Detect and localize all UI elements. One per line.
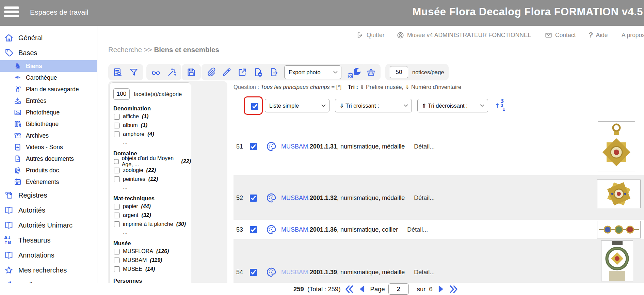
facet-item[interactable]: album(1)	[113, 121, 191, 130]
facet-checkbox[interactable]	[114, 266, 120, 272]
magic-wand-icon[interactable]	[167, 67, 177, 77]
facet-checkbox[interactable]	[114, 213, 120, 218]
basket-icon[interactable]	[366, 67, 376, 77]
sort-descending-select[interactable]: ⇑ Tri décroissant :	[417, 99, 488, 112]
result-thumbnail[interactable]	[597, 180, 641, 208]
person-icon	[397, 31, 404, 39]
facet-checkbox[interactable]	[114, 168, 120, 173]
facet-checkbox[interactable]	[114, 258, 120, 263]
sort-ascending-select[interactable]: ⇓ Tri croissant :	[335, 99, 412, 112]
facet-more-link[interactable]: ...	[113, 229, 191, 236]
facets-per-category-label: facette(s)/catégorie	[134, 91, 182, 97]
sidebar-item-annotations[interactable]: Annotations	[0, 248, 97, 263]
quitter-link[interactable]: Quitter	[356, 30, 385, 40]
previous-page-icon[interactable]	[358, 284, 367, 294]
facet-item[interactable]: MUSBAM(119)	[113, 256, 191, 265]
sidebar-item-produits-doc[interactable]: Produits doc.	[0, 165, 97, 176]
result-thumbnail[interactable]	[598, 121, 635, 171]
detail-link[interactable]: Détail...	[407, 226, 428, 233]
sidebar-item-bibliotheque[interactable]: Bibliothèque	[0, 118, 97, 130]
sidebar-item-archives[interactable]: Archives	[0, 130, 97, 141]
facet-item[interactable]: MUSFLORA(126)	[113, 247, 191, 256]
paperclip-icon[interactable]	[206, 67, 216, 77]
facet-more-link[interactable]: ...	[113, 184, 191, 191]
sidebar-item-evenements[interactable]: Evènements	[0, 176, 97, 188]
list-search-icon[interactable]	[113, 67, 123, 77]
sidebar-item-videos-sons[interactable]: Vidéos - Sons	[0, 141, 97, 153]
apropos-link[interactable]: A propos	[622, 30, 644, 40]
record-link[interactable]: MUSBAM.	[281, 143, 310, 150]
sidebar-item-registres[interactable]: Registres	[0, 188, 97, 203]
filter-icon[interactable]	[129, 67, 139, 77]
hamburger-menu-icon[interactable]	[4, 6, 19, 19]
notices-per-page-input[interactable]	[390, 66, 408, 78]
palette-icon[interactable]	[265, 141, 277, 152]
numeric-sort-icon[interactable]: 3 ↑ 2 1	[494, 98, 510, 113]
pencil-icon[interactable]	[222, 67, 232, 77]
facet-item[interactable]: affiche(1)	[113, 112, 191, 121]
facet-checkbox[interactable]	[114, 159, 119, 165]
sidebar-item-carotheque[interactable]: ✒ Carothèque	[0, 72, 97, 83]
facets-per-category-input[interactable]	[113, 88, 130, 100]
facet-checkbox[interactable]	[114, 249, 120, 254]
sidebar-item-autorites[interactable]: Autorités	[0, 203, 97, 218]
sidebar-item-bases[interactable]: Bases	[0, 45, 97, 60]
select-all-checkbox[interactable]	[251, 103, 258, 110]
facet-checkbox[interactable]	[114, 204, 120, 209]
record-link[interactable]: MUSBAM.	[281, 195, 310, 201]
result-thumbnail[interactable]	[597, 221, 641, 238]
facet-item[interactable]: papier(44)	[113, 202, 191, 211]
print-document-icon[interactable]	[253, 67, 263, 77]
sidebar-item-thesaurus[interactable]: A↓ ↑B Thesaurus	[0, 233, 97, 248]
row-checkbox[interactable]	[250, 226, 257, 233]
sidebar-item-autorites-unimarc[interactable]: Autorités Unimarc	[0, 218, 97, 233]
palette-icon[interactable]	[265, 224, 277, 235]
record-link[interactable]: MUSBAM.	[281, 226, 310, 233]
result-thumbnail[interactable]	[601, 240, 633, 281]
detail-link[interactable]: Détail...	[414, 269, 435, 276]
sidebar-item-biens[interactable]: ♞ Biens	[0, 60, 97, 72]
facet-checkbox[interactable]	[114, 176, 120, 182]
detail-link[interactable]: Détail...	[414, 143, 435, 150]
flora-swan-icon[interactable]: Re	[347, 66, 361, 78]
facet-checkbox[interactable]	[114, 131, 120, 137]
sidebar-item-entrees[interactable]: Entrées	[0, 95, 97, 107]
facet-more-link[interactable]: ...	[113, 139, 191, 146]
contact-link[interactable]: Contact	[545, 30, 576, 40]
sidebar-item-plan-de-sauvegarde[interactable]: Plan de sauvegarde	[0, 83, 97, 95]
export-photo-select[interactable]: Export photo	[284, 65, 341, 79]
facet-item[interactable]: imprimé à la planche(30)	[113, 220, 191, 229]
glasses-icon[interactable]	[151, 67, 161, 77]
facet-item[interactable]: amphore(4)	[113, 130, 191, 139]
next-page-icon[interactable]	[436, 284, 445, 294]
row-number: 51	[236, 143, 246, 150]
export-document-icon[interactable]	[269, 67, 279, 77]
facet-item[interactable]: peintures(12)	[113, 175, 191, 184]
page-number-input[interactable]	[388, 283, 409, 295]
save-icon[interactable]	[186, 67, 196, 77]
sidebar-item-phototheque[interactable]: Photothèque	[0, 107, 97, 118]
facet-item[interactable]: objets d'art du Moyen Age, ...(22)	[113, 157, 191, 166]
palette-icon[interactable]	[265, 192, 277, 204]
palette-icon[interactable]	[265, 266, 277, 278]
facet-item[interactable]: zoologie(22)	[113, 166, 191, 175]
facet-item[interactable]: argent(32)	[113, 211, 191, 220]
sidebar-item-general[interactable]: Général	[0, 30, 97, 45]
last-page-icon[interactable]	[449, 284, 459, 294]
list-mode-select[interactable]: Liste simple	[265, 99, 329, 112]
record-link[interactable]: MUSBAM.	[281, 269, 310, 276]
sidebar-item-mes-recherches[interactable]: Mes recherches	[0, 263, 97, 278]
row-checkbox[interactable]	[250, 195, 257, 202]
first-page-icon[interactable]	[344, 284, 354, 294]
external-link-icon[interactable]	[237, 67, 247, 77]
aide-link[interactable]: ? Aide	[589, 30, 608, 40]
facet-checkbox[interactable]	[114, 123, 120, 128]
facet-checkbox[interactable]	[114, 114, 120, 120]
row-checkbox[interactable]	[250, 143, 257, 150]
sidebar-item-autres-documents[interactable]: Autres documents	[0, 153, 97, 165]
detail-link[interactable]: Détail...	[414, 195, 435, 201]
user-account-link[interactable]: Musée v4 ADMINISTRATEUR FONCTIONNEL	[397, 30, 531, 40]
facet-item[interactable]: MUSEE(14)	[113, 265, 191, 274]
facet-checkbox[interactable]	[114, 221, 120, 227]
row-checkbox[interactable]	[250, 269, 257, 276]
